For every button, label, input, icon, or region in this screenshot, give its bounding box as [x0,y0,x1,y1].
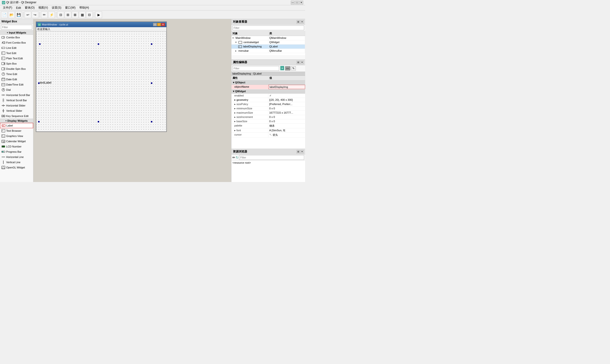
tree-row-labeldisplayimg[interactable]: A labelDisplayImg QLabel [231,45,305,49]
tree-row-mainwindow[interactable]: ▾ MainWindow QMainWindow [231,36,305,40]
widget-box-filter-input[interactable] [1,25,32,29]
property-editor-float-btn[interactable]: ⊞ [297,61,300,64]
widget-item-line-edit[interactable]: Line Edit [0,45,33,51]
toolbar-layout-form[interactable]: ▦ [79,12,86,18]
toolbar-widget-edit[interactable]: ✏ [41,12,48,18]
property-editor-title-bar: 属性编辑器 ⊞ ✕ [231,60,305,65]
widget-item-plain-text-edit[interactable]: AI Plain Text Edit [0,56,33,61]
design-label-text[interactable]: textLabel [40,81,52,84]
toolbar-preview[interactable]: ▶ [95,12,102,18]
designer-minimize-button[interactable]: — [153,23,157,26]
svg-text:AI: AI [2,57,4,59]
object-inspector-float-btn[interactable]: ⊞ [297,20,300,24]
category-input-widgets[interactable]: ▾ Input Widgets [0,30,33,35]
resources-refresh-icon[interactable]: ↻ [236,156,239,159]
prop-row-maximumsize[interactable]: ▸ maximumSize 16777215 x 16777... [231,111,305,115]
minimize-button[interactable]: — [291,1,295,4]
designer-window[interactable]: Qt MainWindow - cycle.ui — □ ✕ 在这里输入 [36,21,167,132]
resources-pencil-icon[interactable]: ✏ [232,156,235,159]
resources-tree: <resource root> [231,161,305,182]
prop-basesize-expand: ▸ [234,120,237,123]
toolbar-break-layout[interactable]: ⊟ [86,12,93,18]
prop-row-font[interactable]: ▸ font A [SimSun, 9] [231,128,305,133]
widget-item-hline[interactable]: Horizontal Line [0,154,33,160]
widget-item-label[interactable]: A Label [0,123,33,128]
toolbar-open[interactable]: 📂 [8,12,15,18]
toolbar-layout-h[interactable]: ⊟ [57,12,64,18]
menu-view[interactable]: 视图(V) [37,5,50,10]
widget-item-combo-box[interactable]: ▾ Combo Box [0,35,33,40]
resource-root-label: <resource root> [232,161,251,164]
widget-item-date-edit[interactable]: Date Edit [0,77,33,82]
widget-item-vslider[interactable]: Vertical Slider [0,108,33,113]
menu-edit[interactable]: Edit [14,6,23,10]
prop-row-enabled[interactable]: enabled ✓ [231,94,305,98]
maximize-button[interactable]: □ [295,1,299,4]
widget-item-calendar[interactable]: 12 Calendar Widget [0,139,33,144]
menu-form[interactable]: 窗体(O) [23,5,37,10]
toolbar-new[interactable]: 📄 [1,12,8,18]
widget-item-dial[interactable]: Dial [0,87,33,92]
toolbar-signal-slot[interactable]: ⚡ [48,12,55,18]
prop-row-sizeincrement[interactable]: ▸ sizeIncrement 0 x 0 [231,115,305,119]
menu-help[interactable]: 帮助(H) [78,5,91,10]
object-col-header: 对象 [231,31,268,36]
toolbar-layout-v[interactable]: ⊞ [65,12,71,18]
prop-row-objectname[interactable]: objectName labelDisplayImg [231,85,305,89]
widget-item-opengl[interactable]: OpenGL Widget [0,165,33,170]
resources-filter-input[interactable] [239,155,304,160]
resources-float-btn[interactable]: ⊞ [297,150,300,153]
prop-row-sizepolicy[interactable]: ▸ sizePolicy [Preferred, Preferr... [231,102,305,106]
menu-window[interactable]: 窗口(W) [63,5,77,10]
widget-item-progress-bar[interactable]: Progress Bar [0,149,33,154]
prop-group-qwidget: ▾ QWidget [231,89,305,94]
close-button[interactable]: ✕ [299,1,303,4]
widget-item-font-combo-box[interactable]: A Font Combo Box [0,40,33,45]
widget-item-lcd-number[interactable]: 8:88 LCD Number [0,144,33,149]
widget-item-text-edit[interactable]: AI Text Edit [0,51,33,56]
menu-file[interactable]: 文件(F) [1,5,14,10]
object-inspector-controls: ⊞ ✕ [297,20,304,24]
prop-name-maximumsize: ▸ maximumSize [231,111,268,115]
widget-item-vline[interactable]: Vertical Line [0,160,33,165]
prop-row-palette[interactable]: palette 继承 [231,124,305,128]
widget-item-datetime-edit[interactable]: Date/Time Edit [0,82,33,87]
toolbar-layout-grid[interactable]: ⊠ [72,12,79,18]
canvas-area[interactable]: Qt MainWindow - cycle.ui — □ ✕ 在这里输入 [33,19,231,182]
property-editor-close-btn[interactable]: ✕ [300,61,304,64]
prop-row-basesize[interactable]: ▸ baseSize 0 x 0 [231,119,305,124]
toolbar-redo[interactable]: ↪ [32,12,38,18]
toolbar-undo[interactable]: ↩ [25,12,31,18]
tree-row-menubar[interactable]: ▸ menubar QMenuBar [231,49,305,53]
widget-item-spin-box[interactable]: ▲▼ Spin Box [0,61,33,66]
designer-close-button[interactable]: ✕ [161,23,165,26]
widget-item-hscrollbar[interactable]: Horizontal Scroll Bar [0,92,33,98]
prop-value-objectname[interactable]: labelDisplayImg [268,85,305,89]
designer-maximize-button[interactable]: □ [157,23,161,26]
category-display-widgets[interactable]: ▾ Display Widgets [0,119,33,123]
widget-item-text-browser[interactable]: AI Text Browser [0,128,33,133]
property-editor-filter-input[interactable] [232,66,279,71]
designer-window-menu[interactable]: 在这里输入 [36,27,166,31]
widget-item-vscrollbar[interactable]: Vertical Scroll Bar [0,98,33,103]
object-inspector-filter-input[interactable] [232,26,304,30]
property-remove-button[interactable]: — [285,66,290,70]
widget-item-hslider[interactable]: Horizontal Slider [0,103,33,108]
tree-row-centralwidget[interactable]: ▾ centralwidget QWidget [231,40,305,45]
property-add-button[interactable]: + [280,66,284,70]
widget-item-double-spin-box[interactable]: Double Spin Box [0,66,33,71]
widget-item-graphics-view[interactable]: Graphics View [0,133,33,139]
widget-item-label-label: Label [6,124,13,127]
resources-close-btn[interactable]: ✕ [300,150,304,153]
menu-settings[interactable]: 设置(S) [50,5,63,10]
property-edit-button[interactable]: ✎ [291,66,296,70]
widget-item-time-edit[interactable]: Time Edit [0,71,33,77]
prop-row-geometry[interactable]: ▸ geometry [(20, 20), 400 x 300] [231,98,305,102]
object-inspector-close-btn[interactable]: ✕ [300,20,304,24]
widget-item-key-sequence[interactable]: KS Key Sequence Edit [0,113,33,119]
prop-row-cursor[interactable]: cursor ↖ 箭头 [231,133,305,137]
toolbar-save[interactable]: 💾 [15,12,22,18]
designer-canvas[interactable]: textLabel [36,31,166,131]
widget-box-title: Widget Box [0,19,33,24]
prop-row-minimumsize[interactable]: ▸ minimumSize 0 x 0 [231,106,305,111]
